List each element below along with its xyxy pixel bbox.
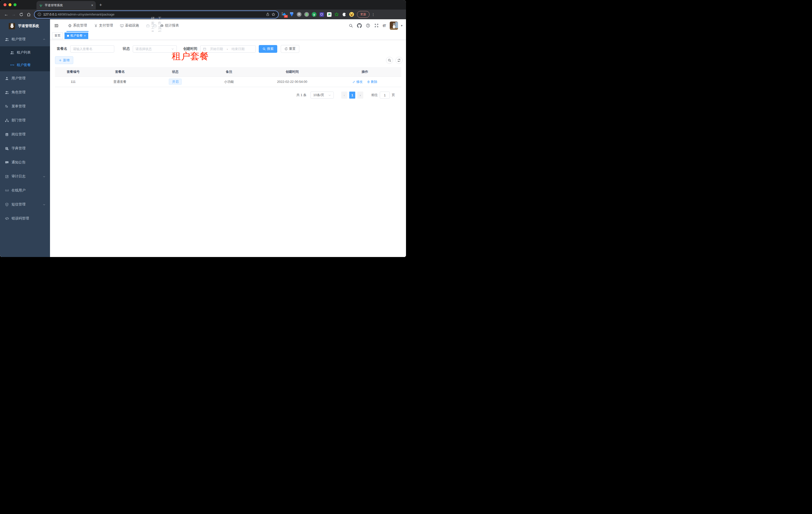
sidebar-item-post[interactable]: 岗位管理 — [0, 127, 50, 141]
minimize-window-button[interactable] — [8, 3, 11, 6]
fullscreen-icon[interactable] — [374, 23, 379, 28]
extension-command-icon[interactable]: ⌘ — [297, 12, 301, 17]
topnav-item-system[interactable]: 系统管理 — [64, 19, 90, 32]
home-button[interactable] — [25, 12, 32, 17]
tab-close-icon[interactable]: × — [91, 3, 93, 7]
glasses-icon — [10, 63, 14, 67]
help-icon[interactable] — [366, 23, 370, 28]
forward-button[interactable]: → — [10, 12, 18, 17]
status-filter-select[interactable] — [133, 45, 177, 53]
extension-chat-icon[interactable] — [327, 12, 331, 17]
tag-home[interactable]: 首页 — [52, 32, 63, 39]
sidebar-collapse-icon[interactable] — [54, 24, 58, 28]
app-title: 芋道管理系统 — [18, 24, 39, 28]
prev-page-button[interactable]: ‹ — [341, 91, 347, 99]
tag-tenant-package[interactable]: 租户套餐 × — [64, 32, 88, 39]
topnav-item-flow[interactable]: 工作流程 — [149, 19, 156, 32]
extension-shield-icon[interactable] — [319, 12, 324, 17]
avatar-caret-icon[interactable]: ▼ — [401, 24, 403, 27]
search-button[interactable]: 搜索 — [259, 45, 277, 53]
new-tab-button[interactable]: + — [99, 2, 102, 8]
edit-link-label: 修改 — [356, 80, 363, 84]
page-size-select[interactable] — [311, 91, 334, 99]
chevron-up-icon — [43, 38, 46, 41]
extension-badge: 10 — [284, 15, 288, 18]
zoom-window-button[interactable] — [13, 3, 17, 6]
refresh-button[interactable] — [396, 57, 403, 64]
delete-link[interactable]: 删除 — [367, 80, 377, 84]
chrome-update-button[interactable]: 更新 — [357, 11, 370, 18]
tag-label: 租户套餐 — [70, 33, 83, 38]
font-size-icon[interactable]: tT — [383, 24, 386, 28]
edit-link[interactable]: 修改 — [352, 80, 363, 84]
toggle-search-button[interactable] — [386, 57, 393, 64]
reset-button-label: 重置 — [289, 47, 295, 51]
tag-close-icon[interactable]: × — [84, 34, 86, 37]
sidebar-item-sms[interactable]: 短信管理 — [0, 197, 50, 212]
pagination-total: 共 1 条 — [296, 93, 307, 97]
extensions-puzzle-icon[interactable] — [342, 12, 347, 17]
reload-button[interactable] — [18, 12, 25, 17]
sidebar-item-online[interactable]: 在线用户 — [0, 184, 50, 197]
sidebar-logo[interactable]: 芋道管理系统 — [0, 20, 50, 32]
topnav-item-report[interactable]: 统计报表 — [156, 19, 182, 32]
status-badge: 开启 — [169, 79, 182, 85]
next-page-button[interactable]: › — [357, 91, 363, 99]
column-header-id: 套餐编号 — [55, 70, 91, 74]
sidebar-submenu-tenant: 租户列表 租户套餐 — [0, 46, 50, 71]
date-end-input[interactable] — [229, 47, 247, 51]
share-icon[interactable] — [266, 12, 269, 16]
bookmark-star-icon[interactable] — [271, 12, 275, 16]
sidebar-item-dict[interactable]: 字典管理 — [0, 141, 50, 155]
topnav-item-dev[interactable]: 研发工具 — [143, 19, 149, 32]
cell-created-time: 2022-02-22 00:54:00 — [256, 80, 328, 84]
reset-button[interactable]: 重置 — [281, 45, 299, 53]
sidebar-item-menu[interactable]: 菜单管理 — [0, 99, 50, 113]
site-info-icon[interactable] — [37, 12, 41, 16]
sidebar-item-tenant-group[interactable]: 租户管理 — [0, 32, 50, 46]
search-icon[interactable] — [349, 24, 353, 28]
sidebar-item-errcode[interactable]: 错误码管理 — [0, 212, 50, 225]
extension-y-icon[interactable]: y — [312, 12, 317, 17]
extension-diamond-icon[interactable]: 10 — [282, 12, 287, 17]
current-page-button[interactable]: 1 — [349, 91, 355, 99]
topnav-item-infra[interactable]: 基础设施 — [116, 19, 143, 32]
browser-tabstrip: 芋道管理系统 × + — [0, 0, 406, 9]
page-size-value[interactable] — [313, 93, 328, 97]
name-filter-input[interactable] — [73, 47, 112, 51]
sidebar-item-tenant-package[interactable]: 租户套餐 — [0, 59, 50, 71]
sidebar-item-audit[interactable]: 审计日志 — [0, 169, 50, 184]
browser-window: 芋道管理系统 × + ← → 127.0.0.1:48080/admin-ui/… — [0, 0, 406, 257]
back-button[interactable]: ← — [2, 12, 10, 17]
extension-star-icon[interactable] — [334, 12, 339, 17]
browser-tab[interactable]: 芋道管理系统 × — [36, 1, 96, 9]
sidebar-item-role[interactable]: 角色管理 — [0, 85, 50, 99]
favicon-plant-icon — [39, 3, 43, 7]
close-window-button[interactable] — [3, 3, 6, 6]
sidebar-item-label: 短信管理 — [11, 202, 40, 207]
status-filter-input[interactable] — [136, 47, 171, 51]
address-bar[interactable]: 127.0.0.1:48080/admin-ui/system/tenant/p… — [34, 11, 278, 18]
users-icon — [5, 90, 9, 94]
badge-icon — [5, 133, 9, 136]
add-button-label: 新增 — [63, 58, 69, 62]
sidebar-item-notice[interactable]: 通知公告 — [0, 155, 50, 169]
github-icon[interactable] — [357, 23, 362, 28]
user-icon — [5, 77, 9, 80]
date-start-input[interactable] — [207, 47, 226, 51]
org-tree-icon — [5, 118, 9, 123]
add-button[interactable]: 新增 — [55, 56, 73, 64]
goto-page-input[interactable] — [382, 93, 387, 97]
extension-green-dot-icon[interactable] — [304, 12, 309, 17]
url-host: 127.0.0.1 — [43, 12, 57, 16]
name-filter-label: 套餐名 — [57, 47, 67, 51]
sidebar-item-tenant-list[interactable]: 租户列表 — [0, 46, 50, 59]
audit-log-icon — [5, 175, 9, 179]
profile-avatar-emoji[interactable] — [349, 12, 354, 17]
topnav-item-pay[interactable]: 支付管理 — [90, 19, 116, 32]
user-avatar[interactable] — [390, 22, 398, 30]
sidebar-item-user[interactable]: 用户管理 — [0, 71, 50, 85]
chrome-menu-icon[interactable]: ⋮ — [372, 12, 375, 17]
extension-gem-icon[interactable] — [289, 12, 294, 17]
sidebar-item-dept[interactable]: 部门管理 — [0, 113, 50, 127]
